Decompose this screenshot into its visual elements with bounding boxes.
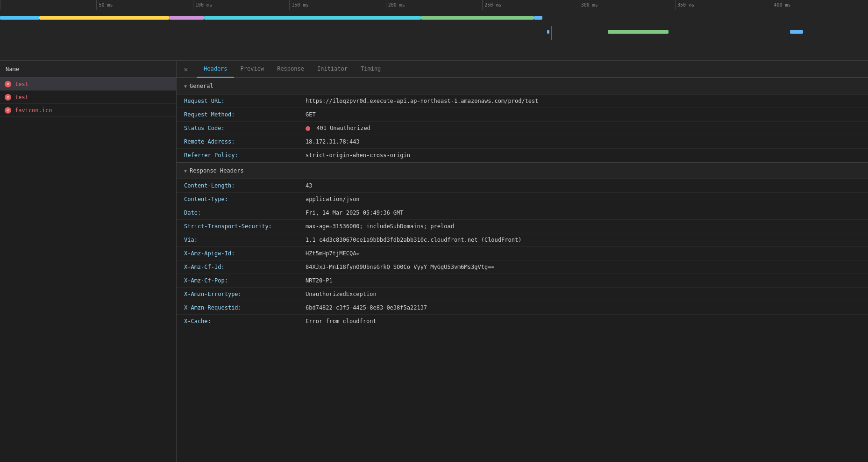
table-row: Referrer Policy: strict-origin-when-cros…	[177, 149, 868, 162]
response-headers-section-title: Response Headers	[190, 167, 244, 174]
val-date: Fri, 14 Mar 2025 05:49:36 GMT	[298, 206, 868, 220]
val-referrer-policy: strict-origin-when-cross-origin	[298, 149, 868, 162]
tab-response[interactable]: Response	[270, 61, 311, 78]
val-x-amz-cf-pop: NRT20-P1	[298, 274, 868, 288]
waterfall-row-3	[0, 40, 868, 54]
table-row: Content-Type: application/json	[177, 193, 868, 206]
key-via: Via:	[177, 233, 298, 247]
table-row: X-Amz-Cf-Id: 84XJxJ-MnI18fynO9UbnsGrkQ_S…	[177, 260, 868, 274]
key-strict-transport: Strict-Transport-Security:	[177, 220, 298, 233]
network-item-1[interactable]: ✕ test	[0, 91, 176, 104]
key-content-length: Content-Length:	[177, 179, 298, 193]
network-list[interactable]: ✕ test ✕ test ✕ favicon.ico	[0, 78, 176, 462]
table-row: X-Cache: Error from cloudfront	[177, 315, 868, 328]
key-x-amzn-requestid: X-Amzn-Requestid:	[177, 301, 298, 315]
error-icon-0: ✕	[5, 81, 11, 87]
general-section-header[interactable]: ▼ General	[177, 78, 868, 94]
panel-header-title: Name	[6, 66, 19, 72]
key-x-amz-cf-pop: X-Amz-Cf-Pop:	[177, 274, 298, 288]
tabs-bar: ✕ Headers Preview Response Initiator Tim…	[177, 61, 868, 78]
bar-blue-1	[0, 16, 39, 20]
tick-6: 300 ms	[579, 0, 675, 10]
val-via: 1.1 c4d3c830670ce1a9bbbd3fdb2abb310c.clo…	[298, 233, 868, 247]
network-item-name-1: test	[15, 94, 28, 101]
table-row: Request URL: https://iloqzpvr0d.execute-…	[177, 94, 868, 108]
close-panel-button[interactable]: ✕	[180, 64, 192, 75]
general-headers-table: Request URL: https://iloqzpvr0d.execute-…	[177, 94, 868, 162]
val-content-type: application/json	[298, 193, 868, 206]
val-x-amzn-requestid: 6bd74822-c3f5-4425-8e83-0e38f5a22137	[298, 301, 868, 315]
network-item-2[interactable]: ✕ favicon.ico	[0, 104, 176, 117]
status-dot-icon	[306, 126, 310, 131]
table-row: Date: Fri, 14 Mar 2025 05:49:36 GMT	[177, 206, 868, 220]
bar-blue2-3	[790, 30, 803, 34]
response-headers-arrow-icon: ▼	[184, 168, 187, 173]
val-x-amz-apigw-id: HZt5mHp7tjMECQA=	[298, 247, 868, 260]
val-request-url[interactable]: https://iloqzpvr0d.execute-api.ap-northe…	[298, 94, 868, 108]
error-icon-1: ✕	[5, 94, 11, 101]
network-item-0[interactable]: ✕ test	[0, 78, 176, 91]
tick-2: 100 ms	[193, 0, 289, 10]
table-row: X-Amz-Cf-Pop: NRT20-P1	[177, 274, 868, 288]
bar-yellow-1	[39, 16, 170, 20]
network-item-name-0: test	[15, 81, 28, 87]
val-remote-address: 18.172.31.78:443	[298, 135, 868, 149]
tab-preview[interactable]: Preview	[234, 61, 271, 78]
tick-4: 200 ms	[386, 0, 482, 10]
table-row: X-Amzn-Errortype: UnauthorizedException	[177, 288, 868, 301]
key-status-code: Status Code:	[177, 122, 298, 135]
key-referrer-policy: Referrer Policy:	[177, 149, 298, 162]
tick-7: 350 ms	[675, 0, 771, 10]
table-row: X-Amzn-Requestid: 6bd74822-c3f5-4425-8e8…	[177, 301, 868, 315]
table-row: Status Code: 401 Unauthorized	[177, 122, 868, 135]
val-strict-transport: max-age=31536000; includeSubDomains; pre…	[298, 220, 868, 233]
val-x-cache: Error from cloudfront	[298, 315, 868, 328]
bar-teal-1	[204, 16, 421, 20]
key-request-url: Request URL:	[177, 94, 298, 108]
tab-initiator[interactable]: Initiator	[311, 61, 354, 78]
key-x-amzn-errortype: X-Amzn-Errortype:	[177, 288, 298, 301]
waterfall-row-1	[0, 12, 868, 26]
key-date: Date:	[177, 206, 298, 220]
table-row: Remote Address: 18.172.31.78:443	[177, 135, 868, 149]
val-x-amzn-errortype: UnauthorizedException	[298, 288, 868, 301]
key-x-amz-apigw-id: X-Amz-Apigw-Id:	[177, 247, 298, 260]
bar-purple-1	[169, 16, 204, 20]
tab-timing[interactable]: Timing	[354, 61, 387, 78]
response-headers-section-header[interactable]: ▼ Response Headers	[177, 162, 868, 179]
error-icon-2: ✕	[5, 107, 11, 114]
table-row: Request Method: GET	[177, 108, 868, 122]
status-code-text: 401 Unauthorized	[316, 125, 370, 131]
timeline-container: 50 ms 100 ms 150 ms 200 ms 250 ms 300 ms…	[0, 0, 868, 61]
content-area[interactable]: ▼ General Request URL: https://iloqzpvr0…	[177, 78, 868, 462]
key-content-type: Content-Type:	[177, 193, 298, 206]
tick-5: 250 ms	[482, 0, 578, 10]
network-item-name-2: favicon.ico	[15, 107, 52, 114]
bar-green-1	[421, 16, 534, 20]
tick-3: 150 ms	[289, 0, 385, 10]
tab-headers[interactable]: Headers	[197, 61, 234, 78]
tick-8: 400 ms	[772, 0, 868, 10]
right-panel: ✕ Headers Preview Response Initiator Tim…	[177, 61, 868, 462]
key-x-cache: X-Cache:	[177, 315, 298, 328]
main-layout: Name ✕ test ✕ test ✕ favicon.ico	[0, 61, 868, 462]
val-x-amz-cf-id: 84XJxJ-MnI18fynO9UbnsGrkQ_SO0Co_VyyY_MyG…	[298, 260, 868, 274]
table-row: Strict-Transport-Security: max-age=31536…	[177, 220, 868, 233]
tick-1: 50 ms	[96, 0, 192, 10]
timeline-ruler: 50 ms 100 ms 150 ms 200 ms 250 ms 300 ms…	[0, 0, 868, 10]
bar-blue2-1	[534, 16, 543, 20]
key-x-amz-cf-id: X-Amz-Cf-Id:	[177, 260, 298, 274]
val-content-length: 43	[298, 179, 868, 193]
vertical-line	[551, 26, 552, 40]
ruler-track: 50 ms 100 ms 150 ms 200 ms 250 ms 300 ms…	[0, 0, 868, 10]
panel-header: Name	[0, 61, 176, 78]
general-arrow-icon: ▼	[184, 84, 187, 89]
left-panel: Name ✕ test ✕ test ✕ favicon.ico	[0, 61, 177, 462]
val-status-code: 401 Unauthorized	[298, 122, 868, 135]
table-row: Content-Length: 43	[177, 179, 868, 193]
response-headers-table: Content-Length: 43 Content-Type: applica…	[177, 179, 868, 328]
val-request-method: GET	[298, 108, 868, 122]
waterfall-row-2	[0, 26, 868, 40]
table-row: Via: 1.1 c4d3c830670ce1a9bbbd3fdb2abb310…	[177, 233, 868, 247]
bar-blue2-2	[547, 30, 550, 34]
